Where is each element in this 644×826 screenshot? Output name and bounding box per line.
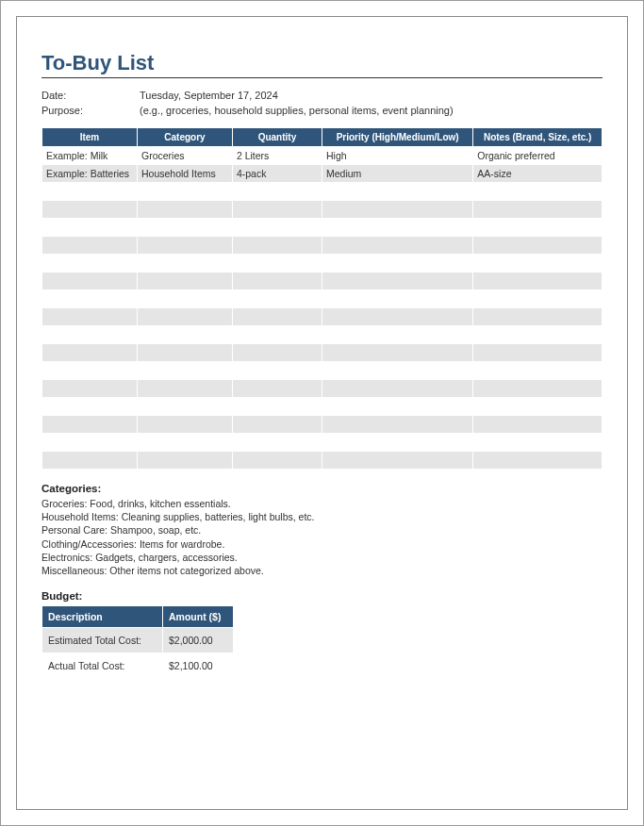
table-row: Example: MilkGroceries2 LitersHighOrgani… bbox=[42, 147, 603, 165]
title-underline bbox=[41, 77, 603, 78]
category-line: Clothing/Accessories: Items for wardrobe… bbox=[41, 537, 603, 551]
cell-quantity bbox=[232, 326, 322, 344]
cell-category bbox=[137, 183, 232, 201]
cell-notes bbox=[473, 416, 603, 434]
cell-priority bbox=[322, 452, 472, 470]
table-row bbox=[42, 273, 603, 290]
cell-category bbox=[137, 380, 232, 398]
cell-priority bbox=[322, 344, 472, 362]
table-row bbox=[42, 183, 603, 201]
header-notes: Notes (Brand, Size, etc.) bbox=[473, 128, 603, 147]
cell-priority bbox=[322, 308, 472, 326]
cell-item bbox=[42, 416, 138, 434]
budget-desc: Actual Total Cost: bbox=[42, 653, 163, 679]
cell-item bbox=[42, 452, 138, 470]
cell-item bbox=[42, 183, 138, 201]
page-title: To-Buy List bbox=[41, 51, 603, 75]
category-line: Miscellaneous: Other items not categoriz… bbox=[41, 564, 603, 577]
cell-quantity: 2 Liters bbox=[232, 147, 322, 165]
cell-quantity: 4-pack bbox=[232, 165, 322, 183]
cell-notes bbox=[473, 362, 603, 380]
cell-category: Groceries bbox=[137, 147, 232, 165]
cell-item bbox=[42, 362, 138, 380]
cell-notes bbox=[473, 273, 603, 290]
table-row bbox=[42, 201, 603, 219]
budget-heading: Budget: bbox=[41, 590, 603, 602]
cell-priority bbox=[322, 273, 472, 290]
cell-quantity bbox=[232, 273, 322, 290]
cell-quantity bbox=[232, 416, 322, 434]
cell-notes bbox=[473, 434, 603, 452]
cell-priority bbox=[322, 237, 472, 255]
cell-quantity bbox=[232, 237, 322, 255]
cell-category bbox=[137, 344, 232, 362]
cell-category bbox=[137, 237, 232, 255]
cell-notes bbox=[473, 183, 603, 201]
header-item: Item bbox=[42, 128, 138, 147]
document-inner: To-Buy List Date: Tuesday, September 17,… bbox=[16, 16, 628, 810]
cell-quantity bbox=[232, 255, 322, 273]
table-row bbox=[42, 219, 603, 237]
cell-priority: High bbox=[322, 147, 472, 165]
table-row bbox=[42, 398, 603, 416]
cell-notes bbox=[473, 290, 603, 308]
budget-desc: Estimated Total Cost: bbox=[42, 628, 163, 653]
categories-heading: Categories: bbox=[41, 483, 603, 494]
cell-item: Example: Milk bbox=[42, 147, 138, 165]
cell-item bbox=[42, 237, 138, 255]
cell-category bbox=[137, 273, 232, 290]
cell-category bbox=[137, 255, 232, 273]
table-row bbox=[42, 344, 603, 362]
cell-item bbox=[42, 398, 138, 416]
meta-purpose-row: Purpose: (e.g., groceries, household sup… bbox=[41, 105, 603, 116]
cell-item bbox=[42, 326, 138, 344]
cell-category bbox=[137, 308, 232, 326]
cell-priority bbox=[322, 183, 472, 201]
cell-priority: Medium bbox=[322, 165, 472, 183]
cell-category bbox=[137, 219, 232, 237]
cell-quantity bbox=[232, 201, 322, 219]
meta-date-value: Tuesday, September 17, 2024 bbox=[140, 90, 603, 101]
cell-notes bbox=[473, 237, 603, 255]
budget-header-row: Description Amount ($) bbox=[42, 606, 234, 628]
cell-priority bbox=[322, 362, 472, 380]
category-line: Groceries: Food, drinks, kitchen essenti… bbox=[41, 497, 603, 510]
category-line: Electronics: Gadgets, chargers, accessor… bbox=[41, 551, 603, 564]
cell-priority bbox=[322, 398, 472, 416]
cell-category bbox=[137, 452, 232, 470]
document-page: To-Buy List Date: Tuesday, September 17,… bbox=[0, 0, 644, 826]
cell-quantity bbox=[232, 344, 322, 362]
table-row bbox=[42, 308, 603, 326]
cell-category: Household Items bbox=[137, 165, 232, 183]
cell-item bbox=[42, 290, 138, 308]
budget-amount: $2,000.00 bbox=[163, 628, 234, 653]
cell-category bbox=[137, 290, 232, 308]
cell-notes bbox=[473, 452, 603, 470]
meta-date-label: Date: bbox=[41, 90, 140, 101]
cell-item: Example: Batteries bbox=[42, 165, 138, 183]
cell-priority bbox=[322, 380, 472, 398]
cell-notes bbox=[473, 255, 603, 273]
table-row bbox=[42, 255, 603, 273]
cell-quantity bbox=[232, 398, 322, 416]
cell-category bbox=[137, 434, 232, 452]
cell-notes bbox=[473, 344, 603, 362]
meta-date-row: Date: Tuesday, September 17, 2024 bbox=[41, 90, 603, 101]
cell-item bbox=[42, 380, 138, 398]
table-row bbox=[42, 380, 603, 398]
cell-notes bbox=[473, 398, 603, 416]
cell-item bbox=[42, 219, 138, 237]
table-row bbox=[42, 290, 603, 308]
cell-item bbox=[42, 201, 138, 219]
cell-notes bbox=[473, 201, 603, 219]
cell-quantity bbox=[232, 308, 322, 326]
cell-quantity bbox=[232, 183, 322, 201]
items-table-header-row: Item Category Quantity Priority (High/Me… bbox=[42, 128, 603, 147]
budget-row: Actual Total Cost:$2,100.00 bbox=[42, 653, 234, 679]
budget-row: Estimated Total Cost:$2,000.00 bbox=[42, 628, 234, 653]
cell-notes: Organic preferred bbox=[473, 147, 603, 165]
cell-quantity bbox=[232, 452, 322, 470]
table-row bbox=[42, 434, 603, 452]
table-row bbox=[42, 362, 603, 380]
cell-item bbox=[42, 434, 138, 452]
